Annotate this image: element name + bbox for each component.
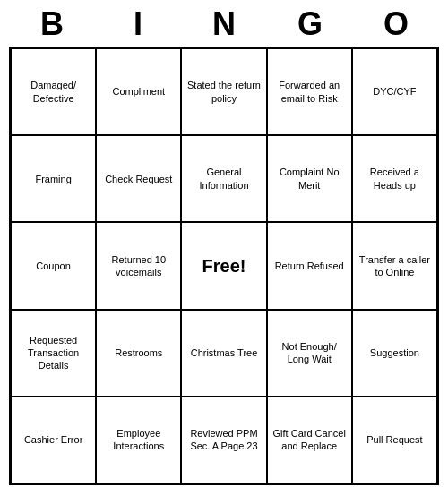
bingo-cell-19[interactable]: Suggestion [352,310,437,397]
header-letter-G: G [271,5,349,43]
bingo-cell-18[interactable]: Not Enough/ Long Wait [267,310,352,397]
bingo-cell-10[interactable]: Coupon [11,222,96,309]
header-letter-N: N [185,5,263,43]
bingo-cell-13[interactable]: Return Refused [267,222,352,309]
bingo-cell-0[interactable]: Damaged/ Defective [11,48,96,135]
bingo-cell-1[interactable]: Compliment [96,48,181,135]
bingo-cell-4[interactable]: DYC/CYF [352,48,437,135]
bingo-cell-5[interactable]: Framing [11,135,96,222]
bingo-cell-9[interactable]: Received a Heads up [352,135,437,222]
bingo-cell-3[interactable]: Forwarded an email to Risk [267,48,352,135]
header-letter-B: B [13,5,91,43]
bingo-header: BINGO [9,0,439,47]
bingo-cell-17[interactable]: Christmas Tree [181,310,266,397]
bingo-cell-22[interactable]: Reviewed PPM Sec. A Page 23 [181,397,266,483]
bingo-cell-15[interactable]: Requested Transaction Details [11,310,96,397]
bingo-cell-7[interactable]: General Information [181,135,266,222]
bingo-cell-14[interactable]: Transfer a caller to Online [352,222,437,309]
bingo-cell-11[interactable]: Returned 10 voicemails [96,222,181,309]
bingo-cell-24[interactable]: Pull Request [352,397,437,483]
bingo-cell-21[interactable]: Employee Interactions [96,397,181,483]
bingo-cell-23[interactable]: Gift Card Cancel and Replace [267,397,352,483]
free-space[interactable]: Free! [181,222,266,309]
bingo-grid: Damaged/ DefectiveComplimentStated the r… [9,47,439,485]
header-letter-I: I [99,5,177,43]
bingo-cell-2[interactable]: Stated the return policy [181,48,266,135]
bingo-cell-8[interactable]: Complaint No Merit [267,135,352,222]
bingo-cell-16[interactable]: Restrooms [96,310,181,397]
header-letter-O: O [357,5,435,43]
bingo-cell-6[interactable]: Check Request [96,135,181,222]
bingo-cell-20[interactable]: Cashier Error [11,397,96,483]
